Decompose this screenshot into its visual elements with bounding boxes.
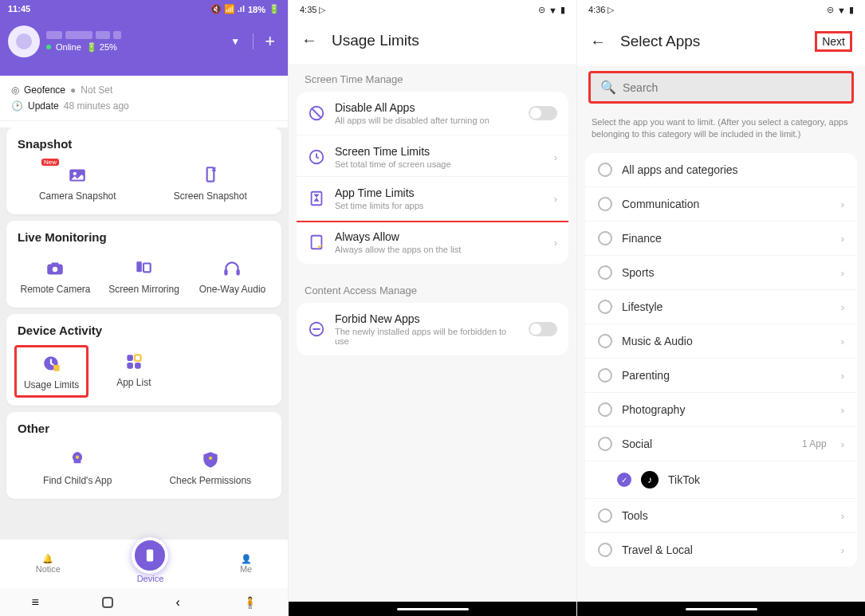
cat-tools[interactable]: Tools›: [585, 499, 857, 533]
svg-rect-6: [137, 261, 143, 272]
screen-device-dashboard: 11:45 🔇 📶 .ıl18%🔋 Online 🔋25%: [0, 0, 288, 616]
status-bar: 4:36 ▷ ⊝▼▮: [577, 0, 865, 20]
online-dot: [46, 45, 51, 49]
usage-limits-item[interactable]: Usage Limits: [14, 345, 88, 398]
forbid-new-apps-row[interactable]: Forbid New Apps The newly installed apps…: [297, 303, 568, 355]
disable-icon: [308, 104, 325, 122]
other-title: Other: [6, 422, 281, 440]
search-box[interactable]: 🔍: [588, 71, 854, 104]
radio-checked[interactable]: ✓: [617, 473, 631, 487]
cat-music[interactable]: Music & Audio›: [585, 324, 857, 359]
forbid-toggle[interactable]: [529, 322, 557, 336]
cat-communication[interactable]: Communication›: [585, 187, 857, 222]
radio[interactable]: [598, 437, 612, 451]
nav-bar: [289, 602, 576, 616]
radio[interactable]: [598, 402, 612, 417]
geofence-value: Not Set: [81, 82, 112, 98]
disable-toggle[interactable]: [529, 106, 557, 120]
one-way-audio-item[interactable]: One-Way Audio: [188, 252, 277, 300]
phone-snapshot-icon: [200, 165, 221, 186]
radio[interactable]: [598, 265, 612, 280]
cat-photography[interactable]: Photography›: [585, 393, 857, 427]
back-icon[interactable]: ‹: [175, 595, 179, 610]
svg-point-4: [53, 267, 58, 273]
chevron-right-icon: ›: [841, 335, 844, 347]
svg-rect-14: [127, 363, 133, 369]
home-icon[interactable]: [102, 597, 113, 608]
radio[interactable]: [598, 231, 612, 245]
app-grid-icon: [124, 351, 144, 372]
profile-name-redacted: [46, 31, 224, 39]
bulb-icon: [67, 449, 88, 470]
check-permissions-item[interactable]: Check Permissions: [144, 443, 277, 491]
bottom-nav: 🔔 Notice Device 👤 Me: [0, 539, 288, 588]
content-access-card: Forbid New Apps The newly installed apps…: [297, 303, 568, 355]
app-time-limits-row[interactable]: App Time Limits Set time limits for apps…: [297, 176, 568, 222]
svg-rect-7: [144, 264, 151, 273]
cat-all[interactable]: All apps and categories: [585, 153, 857, 187]
svg-point-16: [76, 456, 79, 459]
radio[interactable]: [598, 508, 612, 523]
check-list-icon: [308, 233, 325, 251]
status-time: 11:45: [8, 4, 30, 14]
clock-icon: [308, 148, 325, 166]
cat-social[interactable]: Social1 App›: [585, 427, 857, 461]
screen-mirror-item[interactable]: Screen Mirroring: [100, 252, 188, 300]
nav-bar: [577, 602, 865, 616]
screen-snapshot-item[interactable]: Screen Snapshot: [144, 159, 277, 206]
play-icon: ▷: [607, 5, 614, 14]
add-button[interactable]: +: [260, 31, 280, 52]
hourglass-icon: [308, 190, 325, 207]
radio[interactable]: [598, 300, 612, 314]
nav-device[interactable]: Device: [132, 545, 168, 583]
categories-card: All apps and categories Communication› F…: [585, 153, 857, 567]
battery-chip: 🔋25%: [86, 42, 117, 53]
recents-icon[interactable]: ≡: [31, 595, 38, 610]
chevron-right-icon: ›: [554, 237, 557, 249]
nav-me[interactable]: 👤 Me: [240, 554, 252, 574]
live-monitoring-card: Live Monitoring Remote Camera Screen Mir…: [6, 221, 281, 308]
other-card: Other Find Child's App Check Permissions: [6, 412, 281, 499]
back-arrow-icon[interactable]: ←: [301, 31, 317, 49]
disable-all-apps-row[interactable]: Disable All Apps All apps will be disabl…: [297, 92, 568, 135]
chevron-right-icon: ›: [841, 404, 844, 416]
back-arrow-icon[interactable]: ←: [590, 33, 606, 51]
next-button[interactable]: Next: [815, 31, 852, 52]
radio[interactable]: [598, 163, 612, 177]
app-list-item[interactable]: App List: [88, 345, 179, 398]
topbar: ← Usage Limits: [289, 20, 576, 64]
cat-sports[interactable]: Sports›: [585, 256, 857, 290]
new-badge: New: [41, 159, 59, 166]
always-allow-row[interactable]: Always Allow Always allow the apps on th…: [297, 220, 568, 264]
cat-travel[interactable]: Travel & Local›: [585, 533, 857, 567]
live-title: Live Monitoring: [6, 230, 281, 249]
radio[interactable]: [598, 543, 612, 557]
camera-snapshot-item[interactable]: New Camera Snapshot: [11, 159, 144, 206]
cat-lifestyle[interactable]: Lifestyle›: [585, 290, 857, 324]
chevron-right-icon: ›: [841, 544, 844, 556]
home-indicator[interactable]: [397, 608, 469, 610]
find-child-app-item[interactable]: Find Child's App: [11, 443, 144, 491]
app-tiktok-row[interactable]: ✓♪TikTok: [585, 461, 857, 499]
mirror-icon: [133, 258, 154, 279]
chevron-down-icon[interactable]: ▼: [230, 36, 240, 47]
screen-time-limits-row[interactable]: Screen Time Limits Set total time of scr…: [297, 135, 568, 179]
geofence-icon: ◎: [11, 82, 19, 98]
radio[interactable]: [598, 368, 612, 383]
radio[interactable]: [598, 197, 612, 211]
search-input[interactable]: [623, 81, 842, 94]
device-fab-icon: [132, 537, 168, 574]
camera-icon: [45, 258, 65, 279]
accessibility-icon[interactable]: 🧍: [243, 596, 257, 609]
cat-parenting[interactable]: Parenting›: [585, 359, 857, 393]
nav-notice[interactable]: 🔔 Notice: [36, 554, 61, 574]
screen-select-apps: 4:36 ▷ ⊝▼▮ ← Select Apps Next 🔍 Select t…: [576, 0, 865, 616]
profile-row: Online 🔋25% ▼ +: [8, 26, 280, 57]
avatar[interactable]: [8, 26, 40, 57]
radio[interactable]: [598, 334, 612, 348]
remote-camera-item[interactable]: Remote Camera: [11, 252, 100, 300]
online-label: Online: [56, 42, 81, 52]
cat-finance[interactable]: Finance›: [585, 222, 857, 256]
chevron-right-icon: ›: [841, 370, 844, 382]
home-indicator[interactable]: [686, 608, 757, 610]
